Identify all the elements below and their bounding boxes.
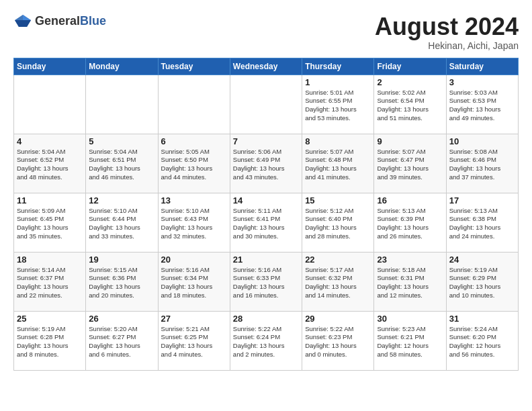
day-number: 16	[377, 195, 443, 205]
weekday-header-tuesday: Tuesday	[158, 58, 230, 75]
day-number: 21	[233, 255, 299, 265]
day-number: 22	[305, 255, 371, 265]
calendar-cell: 23Sunrise: 5:18 AM Sunset: 6:31 PM Dayli…	[374, 252, 446, 311]
calendar-table: SundayMondayTuesdayWednesdayThursdayFrid…	[13, 58, 519, 371]
day-number: 12	[89, 195, 154, 205]
calendar-cell: 29Sunrise: 5:22 AM Sunset: 6:23 PM Dayli…	[302, 311, 374, 370]
title-block: August 2024 Hekinan, Aichi, Japan	[375, 13, 519, 51]
calendar-cell: 14Sunrise: 5:11 AM Sunset: 6:41 PM Dayli…	[230, 193, 302, 252]
day-number: 28	[233, 314, 299, 324]
day-number: 24	[449, 255, 515, 265]
calendar-week-row: 25Sunrise: 5:19 AM Sunset: 6:28 PM Dayli…	[14, 311, 519, 370]
weekday-header-monday: Monday	[86, 58, 158, 75]
cell-info: Sunrise: 5:07 AM Sunset: 6:47 PM Dayligh…	[377, 148, 443, 182]
calendar-cell: 27Sunrise: 5:21 AM Sunset: 6:25 PM Dayli…	[158, 311, 230, 370]
day-number: 1	[305, 77, 371, 87]
calendar-cell: 2Sunrise: 5:02 AM Sunset: 6:54 PM Daylig…	[374, 75, 446, 134]
weekday-header-wednesday: Wednesday	[230, 58, 302, 75]
day-number: 19	[89, 255, 154, 265]
svg-marker-1	[23, 15, 31, 20]
cell-info: Sunrise: 5:17 AM Sunset: 6:32 PM Dayligh…	[305, 266, 371, 300]
calendar-cell: 28Sunrise: 5:22 AM Sunset: 6:24 PM Dayli…	[230, 311, 302, 370]
cell-info: Sunrise: 5:02 AM Sunset: 6:54 PM Dayligh…	[377, 89, 443, 123]
page-header: GeneralBlue August 2024 Hekinan, Aichi, …	[13, 13, 519, 51]
day-number: 8	[305, 136, 371, 146]
month-year-title: August 2024	[375, 13, 519, 40]
calendar-cell: 1Sunrise: 5:01 AM Sunset: 6:55 PM Daylig…	[302, 75, 374, 134]
cell-info: Sunrise: 5:13 AM Sunset: 6:38 PM Dayligh…	[449, 207, 515, 241]
day-number: 6	[161, 136, 227, 146]
cell-info: Sunrise: 5:10 AM Sunset: 6:44 PM Dayligh…	[89, 207, 154, 241]
calendar-cell: 9Sunrise: 5:07 AM Sunset: 6:47 PM Daylig…	[374, 134, 446, 193]
calendar-cell: 24Sunrise: 5:19 AM Sunset: 6:29 PM Dayli…	[446, 252, 518, 311]
calendar-cell: 17Sunrise: 5:13 AM Sunset: 6:38 PM Dayli…	[446, 193, 518, 252]
cell-info: Sunrise: 5:16 AM Sunset: 6:33 PM Dayligh…	[233, 266, 299, 300]
calendar-week-row: 4Sunrise: 5:04 AM Sunset: 6:52 PM Daylig…	[14, 134, 519, 193]
cell-info: Sunrise: 5:06 AM Sunset: 6:49 PM Dayligh…	[233, 148, 299, 182]
day-number: 3	[449, 77, 515, 87]
svg-marker-2	[15, 20, 31, 27]
day-number: 7	[233, 136, 299, 146]
calendar-cell: 21Sunrise: 5:16 AM Sunset: 6:33 PM Dayli…	[230, 252, 302, 311]
calendar-cell: 31Sunrise: 5:24 AM Sunset: 6:20 PM Dayli…	[446, 311, 518, 370]
cell-info: Sunrise: 5:22 AM Sunset: 6:24 PM Dayligh…	[233, 325, 299, 359]
logo: GeneralBlue	[13, 13, 106, 28]
weekday-header-row: SundayMondayTuesdayWednesdayThursdayFrid…	[14, 58, 519, 75]
cell-info: Sunrise: 5:14 AM Sunset: 6:37 PM Dayligh…	[17, 266, 83, 300]
calendar-cell: 13Sunrise: 5:10 AM Sunset: 6:43 PM Dayli…	[158, 193, 230, 252]
logo-text: GeneralBlue	[35, 14, 106, 28]
weekday-header-friday: Friday	[374, 58, 446, 75]
calendar-cell: 20Sunrise: 5:16 AM Sunset: 6:34 PM Dayli…	[158, 252, 230, 311]
day-number: 17	[449, 195, 515, 205]
calendar-cell: 4Sunrise: 5:04 AM Sunset: 6:52 PM Daylig…	[14, 134, 86, 193]
calendar-cell: 10Sunrise: 5:08 AM Sunset: 6:46 PM Dayli…	[446, 134, 518, 193]
day-number: 4	[17, 136, 83, 146]
cell-info: Sunrise: 5:03 AM Sunset: 6:53 PM Dayligh…	[449, 89, 515, 123]
weekday-header-thursday: Thursday	[302, 58, 374, 75]
cell-info: Sunrise: 5:11 AM Sunset: 6:41 PM Dayligh…	[233, 207, 299, 241]
calendar-cell: 5Sunrise: 5:04 AM Sunset: 6:51 PM Daylig…	[86, 134, 158, 193]
cell-info: Sunrise: 5:22 AM Sunset: 6:23 PM Dayligh…	[305, 325, 371, 359]
cell-info: Sunrise: 5:01 AM Sunset: 6:55 PM Dayligh…	[305, 89, 371, 123]
cell-info: Sunrise: 5:20 AM Sunset: 6:27 PM Dayligh…	[89, 325, 154, 359]
day-number: 14	[233, 195, 299, 205]
cell-info: Sunrise: 5:13 AM Sunset: 6:39 PM Dayligh…	[377, 207, 443, 241]
cell-info: Sunrise: 5:23 AM Sunset: 6:21 PM Dayligh…	[377, 325, 443, 359]
cell-info: Sunrise: 5:15 AM Sunset: 6:36 PM Dayligh…	[89, 266, 154, 300]
calendar-cell: 22Sunrise: 5:17 AM Sunset: 6:32 PM Dayli…	[302, 252, 374, 311]
cell-info: Sunrise: 5:21 AM Sunset: 6:25 PM Dayligh…	[161, 325, 227, 359]
calendar-cell: 25Sunrise: 5:19 AM Sunset: 6:28 PM Dayli…	[14, 311, 86, 370]
day-number: 25	[17, 314, 83, 324]
cell-info: Sunrise: 5:04 AM Sunset: 6:52 PM Dayligh…	[17, 148, 83, 182]
cell-info: Sunrise: 5:05 AM Sunset: 6:50 PM Dayligh…	[161, 148, 227, 182]
calendar-cell	[230, 75, 302, 134]
calendar-cell: 3Sunrise: 5:03 AM Sunset: 6:53 PM Daylig…	[446, 75, 518, 134]
calendar-cell: 11Sunrise: 5:09 AM Sunset: 6:45 PM Dayli…	[14, 193, 86, 252]
cell-info: Sunrise: 5:19 AM Sunset: 6:28 PM Dayligh…	[17, 325, 83, 359]
calendar-cell: 15Sunrise: 5:12 AM Sunset: 6:40 PM Dayli…	[302, 193, 374, 252]
day-number: 23	[377, 255, 443, 265]
calendar-week-row: 1Sunrise: 5:01 AM Sunset: 6:55 PM Daylig…	[14, 75, 519, 134]
day-number: 30	[377, 314, 443, 324]
calendar-cell: 26Sunrise: 5:20 AM Sunset: 6:27 PM Dayli…	[86, 311, 158, 370]
calendar-cell: 6Sunrise: 5:05 AM Sunset: 6:50 PM Daylig…	[158, 134, 230, 193]
cell-info: Sunrise: 5:12 AM Sunset: 6:40 PM Dayligh…	[305, 207, 371, 241]
day-number: 9	[377, 136, 443, 146]
day-number: 27	[161, 314, 227, 324]
calendar-cell: 8Sunrise: 5:07 AM Sunset: 6:48 PM Daylig…	[302, 134, 374, 193]
calendar-cell	[158, 75, 230, 134]
cell-info: Sunrise: 5:16 AM Sunset: 6:34 PM Dayligh…	[161, 266, 227, 300]
calendar-cell: 18Sunrise: 5:14 AM Sunset: 6:37 PM Dayli…	[14, 252, 86, 311]
cell-info: Sunrise: 5:18 AM Sunset: 6:31 PM Dayligh…	[377, 266, 443, 300]
calendar-week-row: 11Sunrise: 5:09 AM Sunset: 6:45 PM Dayli…	[14, 193, 519, 252]
day-number: 2	[377, 77, 443, 87]
calendar-week-row: 18Sunrise: 5:14 AM Sunset: 6:37 PM Dayli…	[14, 252, 519, 311]
day-number: 5	[89, 136, 154, 146]
day-number: 26	[89, 314, 154, 324]
cell-info: Sunrise: 5:10 AM Sunset: 6:43 PM Dayligh…	[161, 207, 227, 241]
day-number: 10	[449, 136, 515, 146]
cell-info: Sunrise: 5:24 AM Sunset: 6:20 PM Dayligh…	[449, 325, 515, 359]
cell-info: Sunrise: 5:04 AM Sunset: 6:51 PM Dayligh…	[89, 148, 154, 182]
day-number: 29	[305, 314, 371, 324]
logo-blue: Blue	[80, 14, 106, 28]
